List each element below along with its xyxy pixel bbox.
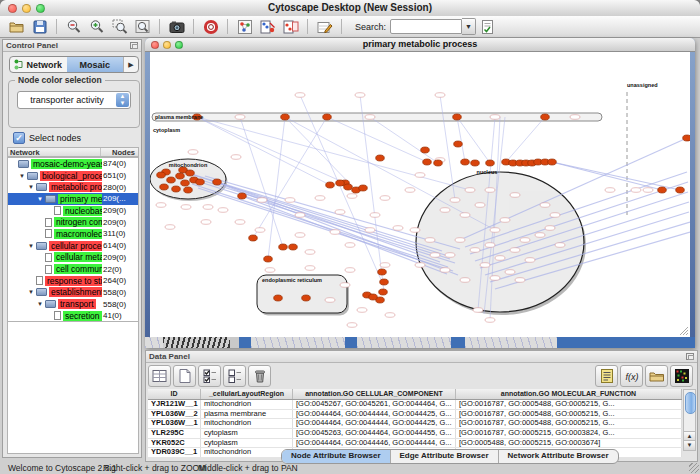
selected-node[interactable]	[238, 193, 247, 199]
unselected-node[interactable]	[365, 115, 375, 120]
unselected-node[interactable]	[203, 205, 213, 210]
selected-node[interactable]	[461, 159, 470, 165]
unselected-node[interactable]	[485, 243, 495, 248]
disclosure-expanded-icon[interactable]: ▼	[37, 301, 45, 307]
selected-node[interactable]	[369, 294, 378, 300]
unselected-node[interactable]	[357, 308, 367, 313]
unselected-node[interactable]	[450, 198, 460, 203]
tree-row-nitrogen-compo[interactable]: nitrogen compo209(0)	[8, 216, 138, 228]
unselected-node[interactable]	[380, 196, 390, 201]
tree-row-mosaic-demo-yeast[interactable]: mosaic-demo-yeast874(0)	[8, 158, 138, 170]
selected-node[interactable]	[160, 184, 169, 190]
selected-node[interactable]	[274, 295, 283, 301]
unselected-node[interactable]	[460, 278, 470, 283]
attribute-list-button[interactable]	[595, 365, 618, 387]
unselected-node[interactable]	[188, 150, 198, 155]
hide-selected-button[interactable]	[256, 17, 279, 37]
selected-node[interactable]	[176, 173, 185, 179]
tree-row-cellular-process[interactable]: ▼cellular process614(0)	[8, 240, 138, 252]
selected-node[interactable]	[186, 170, 195, 176]
unselected-node[interactable]	[330, 230, 340, 235]
unselected-node[interactable]	[631, 188, 641, 193]
unselected-node[interactable]	[505, 270, 515, 275]
tree-row-transport[interactable]: ▼transport558(0)	[8, 298, 138, 310]
tab-mosaic[interactable]: Mosaic	[67, 57, 124, 72]
unselected-node[interactable]	[218, 208, 228, 213]
disclosure-expanded-icon[interactable]: ▼	[28, 184, 36, 190]
tree-row-nucleobase-[interactable]: nucleobase-209(0)	[8, 205, 138, 217]
tree-row-establishment-of-lo[interactable]: ▼establishment of lo558(0)	[8, 287, 138, 299]
snapshot-button[interactable]	[165, 17, 188, 37]
unselected-node[interactable]	[370, 213, 380, 218]
selected-node[interactable]	[359, 185, 368, 191]
float-panel-icon[interactable]	[130, 42, 138, 49]
network-canvas[interactable]: plasma membranecytoplasmmitochondrionnuc…	[150, 52, 690, 337]
delete-attribute-button[interactable]	[248, 365, 271, 387]
unselected-node[interactable]	[545, 226, 555, 231]
selected-node[interactable]	[380, 279, 389, 285]
unselected-node[interactable]	[231, 155, 241, 160]
scroll-down-icon[interactable]: ▼	[684, 440, 695, 450]
selected-node[interactable]	[376, 155, 385, 161]
selected-node[interactable]	[281, 114, 290, 120]
unselected-node[interactable]	[165, 225, 175, 230]
unselected-node[interactable]	[305, 250, 315, 255]
tree-header-network[interactable]: Network	[8, 148, 100, 156]
column-header-3[interactable]: annotation.GO MOLECULAR_FUNCTION	[456, 389, 682, 399]
column-header-1[interactable]: _cellularLayoutRegion	[201, 389, 293, 399]
unselected-node[interactable]	[500, 218, 510, 223]
unselected-node[interactable]	[445, 253, 455, 258]
unselected-node[interactable]	[347, 194, 357, 199]
unselected-node[interactable]	[295, 213, 305, 218]
unselected-node[interactable]	[475, 203, 485, 208]
selected-node[interactable]	[548, 159, 557, 165]
selected-node[interactable]	[423, 159, 432, 165]
selected-node[interactable]	[683, 135, 690, 141]
selected-node[interactable]	[541, 114, 550, 120]
unselected-node[interactable]	[181, 205, 191, 210]
unselected-node[interactable]	[335, 210, 345, 215]
unselected-node[interactable]	[265, 268, 275, 273]
zoom-out-button[interactable]	[62, 17, 85, 37]
selected-node[interactable]	[471, 160, 480, 166]
unselected-node[interactable]	[345, 243, 355, 248]
save-session-button[interactable]	[28, 17, 51, 37]
unselected-node[interactable]	[347, 323, 357, 328]
table-row-yjr121w__1[interactable]: YJR121W__1mitochondrion[GO:0045267, GO:0…	[148, 400, 682, 410]
tree-header-nodes[interactable]: Nodes	[100, 148, 138, 156]
selected-node[interactable]	[184, 187, 193, 193]
unselected-node[interactable]	[535, 233, 545, 238]
canvas-resize-grip[interactable]	[680, 327, 688, 335]
selected-node[interactable]	[454, 141, 463, 147]
table-row-ylr295c[interactable]: YLR295Ccytoplasm[GO:0045263, GO:0044464,…	[148, 429, 682, 439]
combo-stepper-icon[interactable]: ▲▼	[116, 93, 129, 107]
selected-node[interactable]	[336, 180, 345, 186]
unselect-attributes-button[interactable]	[223, 365, 246, 387]
table-row-ykr052c[interactable]: YKR052Ccytoplasm[GO:0044464, GO:0044446,…	[148, 439, 682, 449]
column-header-2[interactable]: annotation.GO CELLULAR_COMPONENT	[293, 389, 456, 399]
selected-node[interactable]	[196, 179, 205, 185]
selected-node[interactable]	[213, 179, 222, 185]
selected-node[interactable]	[378, 269, 387, 275]
float-data-panel-icon[interactable]	[686, 353, 694, 360]
column-header-0[interactable]: ID	[148, 389, 201, 399]
selected-node[interactable]	[302, 295, 311, 301]
unselected-node[interactable]	[470, 248, 480, 253]
disclosure-expanded-icon[interactable]: ▼	[19, 173, 27, 179]
unselected-node[interactable]	[405, 188, 415, 193]
unselected-node[interactable]	[550, 213, 560, 218]
search-dropdown-icon[interactable]: ▼	[462, 18, 476, 35]
unselected-node[interactable]	[555, 243, 565, 248]
tab-network[interactable]: Network	[10, 57, 67, 72]
scrollbar-thumb[interactable]	[685, 392, 696, 414]
tree-row-cell-communicat[interactable]: cell communicat22(0)	[8, 263, 138, 275]
unselected-node[interactable]	[380, 263, 390, 268]
tree-row-response-to-stimulu[interactable]: response to stimulu264(0)	[8, 275, 138, 287]
tree-row-secretion[interactable]: secretion41(0)	[8, 310, 138, 322]
zoom-fit-button[interactable]	[131, 17, 154, 37]
unselected-node[interactable]	[480, 263, 490, 268]
selected-node[interactable]	[453, 114, 462, 120]
annotation-button[interactable]	[313, 17, 336, 37]
unselected-node[interactable]	[285, 198, 295, 203]
unselected-node[interactable]	[510, 248, 520, 253]
